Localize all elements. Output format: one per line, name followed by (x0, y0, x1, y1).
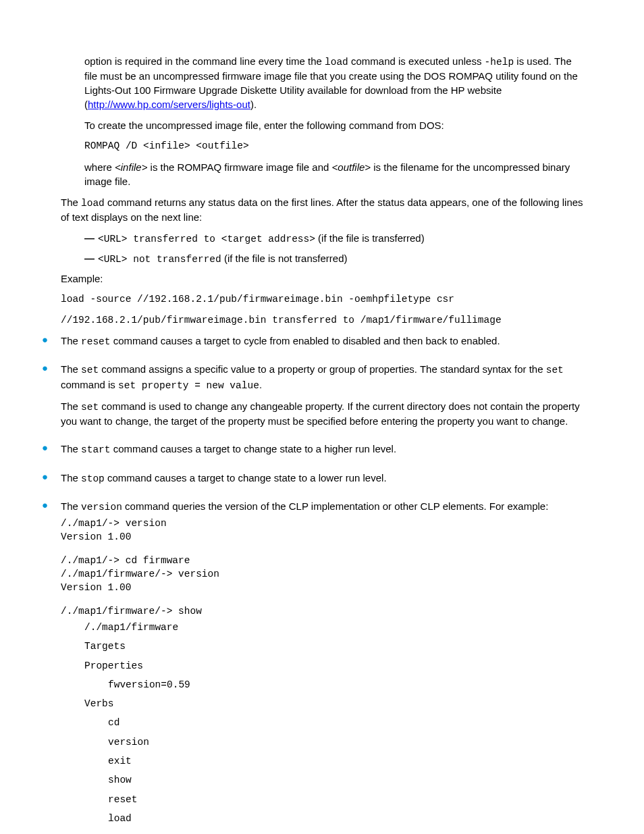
code-line: fwversion=0.59 (61, 678, 583, 692)
code-load: load (325, 57, 348, 68)
text: ). (250, 99, 257, 110)
code-set-property: set property = new value (118, 380, 259, 391)
text: command is used to change any changeable… (61, 400, 580, 427)
code-not-transferred: <URL> not transferred (98, 254, 221, 265)
text: option is required in the command line e… (84, 55, 325, 67)
text: The (61, 472, 81, 484)
dash-item-transferred: —<URL> transferred to <target address> (… (84, 231, 583, 246)
paragraph-create-image: To create the uncompressed image file, e… (84, 118, 583, 132)
text: command returns any status data on the f… (61, 197, 583, 223)
text: command queries the version of the CLP i… (122, 500, 548, 512)
bullet-icon: ● (42, 442, 61, 454)
bullet-start: ● The start command causes a target to c… (61, 442, 583, 463)
code-line: reset (61, 793, 583, 806)
code-example-result: //192.168.2.1/pub/firmwareimage.bin tran… (61, 313, 583, 327)
code-load: load (81, 198, 105, 209)
code-line: show (61, 773, 583, 787)
code-line: /./map1/firmware (61, 621, 583, 634)
code-reset: reset (81, 336, 111, 347)
code-set: set (81, 365, 99, 375)
text: (if the file is transferred) (315, 232, 425, 244)
text: command causes a target to change state … (105, 472, 387, 484)
code-version: version (81, 502, 122, 513)
link-hp-website[interactable]: http://www.hp.com/servers/lights-out (88, 99, 250, 110)
text: The (61, 500, 81, 512)
code-line: cd (61, 716, 583, 729)
code-example-load: load -source //192.168.2.1/pub/firmwarei… (61, 292, 583, 306)
dash-item-not-transferred: —<URL> not transferred (if the file is n… (84, 251, 583, 266)
bullet-icon: ● (42, 362, 61, 374)
text: where (84, 161, 115, 173)
bullet-icon: ● (42, 471, 61, 483)
code-block-show: /./map1/firmware/-> show (61, 604, 583, 618)
text: The (61, 400, 81, 412)
dash-icon: — (84, 251, 98, 265)
code-line: Verbs (61, 697, 583, 710)
text: command causes a target to cycle from en… (111, 335, 500, 346)
bullet-set: ● The set command assigns a specific val… (61, 362, 583, 435)
paragraph-where: where <infile> is the ROMPAQ firmware im… (84, 160, 583, 188)
text: (if the file is not transferred) (221, 253, 348, 264)
dash-icon: — (84, 231, 98, 245)
text: The (61, 197, 81, 208)
bullet-version: ● The version command queries the versio… (61, 499, 583, 825)
code-block-version1: /./map1/-> version Version 1.00 (61, 517, 583, 544)
code-line: Targets (61, 640, 583, 653)
text: command assigns a specific value to a pr… (99, 363, 546, 375)
text: command is executed unless (348, 55, 485, 67)
code-help: -help (485, 57, 514, 68)
code-line: exit (61, 754, 583, 768)
paragraph-load-returns: The load command returns any status data… (61, 195, 583, 224)
text: The (61, 335, 81, 346)
code-line: version (61, 735, 583, 749)
code-set: set (81, 402, 99, 413)
code-set: set (546, 365, 564, 375)
code-rompaq: ROMPAQ /D <infile> <outfile> (84, 139, 583, 153)
text: is the ROMPAQ firmware image file and (147, 161, 331, 173)
code-line: Properties (61, 659, 583, 673)
code-line: load (61, 812, 583, 825)
example-label: Example: (61, 271, 583, 286)
bullet-stop: ● The stop command causes a target to ch… (61, 471, 583, 492)
code-block-version2: /./map1/-> cd firmware /./map1/firmware/… (61, 554, 583, 595)
italic-outfile: <outfile> (332, 161, 371, 173)
text: command is (61, 379, 118, 390)
italic-infile: <infile> (115, 161, 147, 173)
text: The (61, 363, 81, 375)
code-start: start (81, 444, 111, 455)
text: . (259, 379, 262, 390)
bullet-reset: ● The reset command causes a target to c… (61, 334, 583, 355)
bullet-icon: ● (42, 499, 61, 511)
text: command causes a target to change state … (111, 443, 397, 454)
code-transferred: <URL> transferred to <target address> (98, 234, 315, 244)
code-stop: stop (81, 473, 105, 484)
text: The (61, 443, 81, 454)
paragraph-option: option is required in the command line e… (84, 54, 583, 111)
bullet-icon: ● (42, 334, 61, 346)
